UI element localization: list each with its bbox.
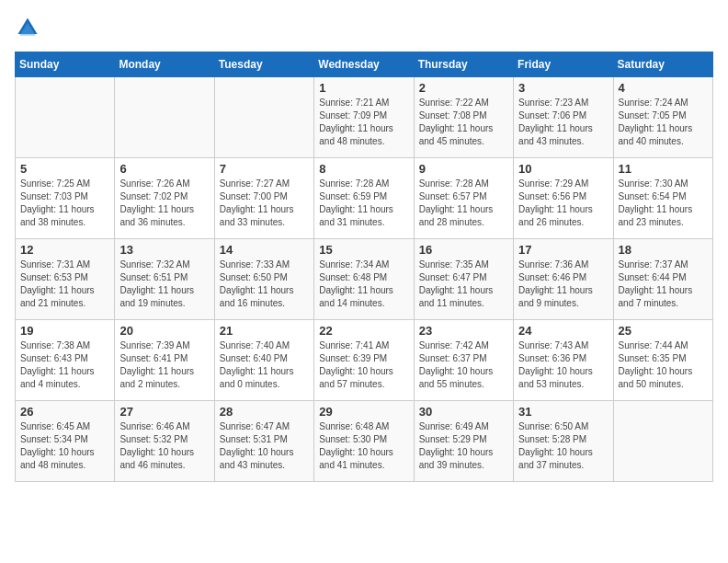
day-info: Sunrise: 7:29 AM Sunset: 6:56 PM Dayligh… — [518, 178, 608, 229]
calendar-cell: 23Sunrise: 7:42 AM Sunset: 6:37 PM Dayli… — [414, 320, 513, 401]
day-number: 31 — [518, 405, 608, 419]
calendar-cell: 18Sunrise: 7:37 AM Sunset: 6:44 PM Dayli… — [613, 239, 712, 320]
calendar-cell: 29Sunrise: 6:48 AM Sunset: 5:30 PM Dayli… — [314, 401, 414, 482]
calendar-cell: 3Sunrise: 7:23 AM Sunset: 7:06 PM Daylig… — [514, 77, 613, 158]
day-info: Sunrise: 7:24 AM Sunset: 7:05 PM Dayligh… — [619, 97, 708, 148]
calendar-cell: 8Sunrise: 7:28 AM Sunset: 6:59 PM Daylig… — [314, 158, 414, 239]
calendar-cell — [16, 77, 115, 158]
calendar-week-1: 1Sunrise: 7:21 AM Sunset: 7:09 PM Daylig… — [16, 77, 713, 158]
day-info: Sunrise: 7:39 AM Sunset: 6:41 PM Dayligh… — [119, 339, 209, 391]
day-number: 21 — [220, 324, 309, 338]
day-info: Sunrise: 7:36 AM Sunset: 6:46 PM Dayligh… — [518, 259, 608, 310]
weekday-header-friday: Friday — [514, 52, 613, 77]
day-info: Sunrise: 7:30 AM Sunset: 6:54 PM Dayligh… — [619, 178, 708, 229]
calendar-cell: 10Sunrise: 7:29 AM Sunset: 6:56 PM Dayli… — [514, 158, 613, 239]
calendar-cell: 26Sunrise: 6:45 AM Sunset: 5:34 PM Dayli… — [16, 401, 115, 482]
day-info: Sunrise: 7:41 AM Sunset: 6:39 PM Dayligh… — [319, 339, 408, 391]
calendar-cell — [115, 77, 214, 158]
calendar-cell: 4Sunrise: 7:24 AM Sunset: 7:05 PM Daylig… — [613, 77, 712, 158]
calendar-cell: 1Sunrise: 7:21 AM Sunset: 7:09 PM Daylig… — [314, 77, 414, 158]
weekday-header-monday: Monday — [115, 52, 214, 77]
day-number: 25 — [619, 324, 708, 338]
calendar-cell: 30Sunrise: 6:49 AM Sunset: 5:29 PM Dayli… — [414, 401, 513, 482]
calendar-cell: 25Sunrise: 7:44 AM Sunset: 6:35 PM Dayli… — [613, 320, 712, 401]
day-info: Sunrise: 7:21 AM Sunset: 7:09 PM Dayligh… — [319, 97, 408, 148]
day-number: 9 — [419, 162, 508, 176]
day-number: 26 — [20, 405, 109, 419]
day-info: Sunrise: 7:23 AM Sunset: 7:06 PM Dayligh… — [518, 97, 608, 148]
page-header — [15, 15, 713, 40]
day-info: Sunrise: 7:42 AM Sunset: 6:37 PM Dayligh… — [419, 339, 508, 391]
calendar-cell: 14Sunrise: 7:33 AM Sunset: 6:50 PM Dayli… — [214, 239, 313, 320]
calendar-cell: 9Sunrise: 7:28 AM Sunset: 6:57 PM Daylig… — [414, 158, 513, 239]
day-info: Sunrise: 7:40 AM Sunset: 6:40 PM Dayligh… — [220, 339, 309, 391]
day-number: 3 — [518, 81, 608, 95]
day-number: 8 — [319, 162, 408, 176]
calendar-cell: 20Sunrise: 7:39 AM Sunset: 6:41 PM Dayli… — [115, 320, 214, 401]
calendar-cell — [214, 77, 313, 158]
day-info: Sunrise: 7:28 AM Sunset: 6:57 PM Dayligh… — [419, 178, 508, 229]
calendar-cell: 16Sunrise: 7:35 AM Sunset: 6:47 PM Dayli… — [414, 239, 513, 320]
day-info: Sunrise: 6:45 AM Sunset: 5:34 PM Dayligh… — [20, 420, 109, 472]
calendar-week-3: 12Sunrise: 7:31 AM Sunset: 6:53 PM Dayli… — [16, 239, 713, 320]
calendar-body: 1Sunrise: 7:21 AM Sunset: 7:09 PM Daylig… — [16, 77, 713, 482]
day-number: 20 — [119, 324, 209, 338]
day-number: 12 — [20, 243, 109, 257]
day-number: 18 — [619, 243, 708, 257]
logo — [15, 15, 42, 40]
day-number: 15 — [319, 243, 408, 257]
calendar-cell: 6Sunrise: 7:26 AM Sunset: 7:02 PM Daylig… — [115, 158, 214, 239]
calendar-cell: 19Sunrise: 7:38 AM Sunset: 6:43 PM Dayli… — [16, 320, 115, 401]
calendar-cell: 5Sunrise: 7:25 AM Sunset: 7:03 PM Daylig… — [16, 158, 115, 239]
day-info: Sunrise: 7:38 AM Sunset: 6:43 PM Dayligh… — [20, 339, 109, 391]
day-info: Sunrise: 7:34 AM Sunset: 6:48 PM Dayligh… — [319, 259, 408, 310]
calendar-week-5: 26Sunrise: 6:45 AM Sunset: 5:34 PM Dayli… — [16, 401, 713, 482]
day-info: Sunrise: 7:37 AM Sunset: 6:44 PM Dayligh… — [619, 259, 708, 310]
day-info: Sunrise: 7:32 AM Sunset: 6:51 PM Dayligh… — [119, 259, 209, 310]
day-number: 4 — [619, 81, 708, 95]
calendar-cell: 12Sunrise: 7:31 AM Sunset: 6:53 PM Dayli… — [16, 239, 115, 320]
day-info: Sunrise: 7:26 AM Sunset: 7:02 PM Dayligh… — [119, 178, 209, 229]
day-number: 28 — [220, 405, 309, 419]
day-info: Sunrise: 7:31 AM Sunset: 6:53 PM Dayligh… — [20, 259, 109, 310]
weekday-header-wednesday: Wednesday — [314, 52, 414, 77]
day-info: Sunrise: 7:43 AM Sunset: 6:36 PM Dayligh… — [518, 339, 608, 391]
day-number: 13 — [119, 243, 209, 257]
day-info: Sunrise: 7:28 AM Sunset: 6:59 PM Dayligh… — [319, 178, 408, 229]
day-info: Sunrise: 7:33 AM Sunset: 6:50 PM Dayligh… — [220, 259, 309, 310]
day-info: Sunrise: 7:44 AM Sunset: 6:35 PM Dayligh… — [619, 339, 708, 391]
calendar-cell: 24Sunrise: 7:43 AM Sunset: 6:36 PM Dayli… — [514, 320, 613, 401]
weekday-header-sunday: Sunday — [16, 52, 115, 77]
day-number: 27 — [119, 405, 209, 419]
day-info: Sunrise: 7:27 AM Sunset: 7:00 PM Dayligh… — [220, 178, 309, 229]
day-number: 11 — [619, 162, 708, 176]
calendar-cell: 7Sunrise: 7:27 AM Sunset: 7:00 PM Daylig… — [214, 158, 313, 239]
calendar-cell: 27Sunrise: 6:46 AM Sunset: 5:32 PM Dayli… — [115, 401, 214, 482]
day-number: 16 — [419, 243, 508, 257]
calendar-cell: 21Sunrise: 7:40 AM Sunset: 6:40 PM Dayli… — [214, 320, 313, 401]
weekday-header-row: SundayMondayTuesdayWednesdayThursdayFrid… — [16, 52, 713, 77]
calendar-table: SundayMondayTuesdayWednesdayThursdayFrid… — [15, 52, 713, 482]
day-number: 7 — [220, 162, 309, 176]
day-number: 1 — [319, 81, 408, 95]
calendar-week-4: 19Sunrise: 7:38 AM Sunset: 6:43 PM Dayli… — [16, 320, 713, 401]
day-number: 29 — [319, 405, 408, 419]
day-info: Sunrise: 7:22 AM Sunset: 7:08 PM Dayligh… — [419, 97, 508, 148]
day-number: 30 — [419, 405, 508, 419]
calendar-cell: 15Sunrise: 7:34 AM Sunset: 6:48 PM Dayli… — [314, 239, 414, 320]
calendar-cell — [613, 401, 712, 482]
day-number: 10 — [518, 162, 608, 176]
day-info: Sunrise: 7:25 AM Sunset: 7:03 PM Dayligh… — [20, 178, 109, 229]
weekday-header-tuesday: Tuesday — [214, 52, 313, 77]
weekday-header-saturday: Saturday — [613, 52, 712, 77]
calendar-cell: 11Sunrise: 7:30 AM Sunset: 6:54 PM Dayli… — [613, 158, 712, 239]
day-number: 2 — [419, 81, 508, 95]
day-number: 23 — [419, 324, 508, 338]
day-number: 14 — [220, 243, 309, 257]
day-number: 22 — [319, 324, 408, 338]
calendar-cell: 17Sunrise: 7:36 AM Sunset: 6:46 PM Dayli… — [514, 239, 613, 320]
calendar-cell: 31Sunrise: 6:50 AM Sunset: 5:28 PM Dayli… — [514, 401, 613, 482]
day-info: Sunrise: 6:50 AM Sunset: 5:28 PM Dayligh… — [518, 420, 608, 472]
day-info: Sunrise: 6:48 AM Sunset: 5:30 PM Dayligh… — [319, 420, 408, 472]
day-info: Sunrise: 6:47 AM Sunset: 5:31 PM Dayligh… — [220, 420, 309, 472]
